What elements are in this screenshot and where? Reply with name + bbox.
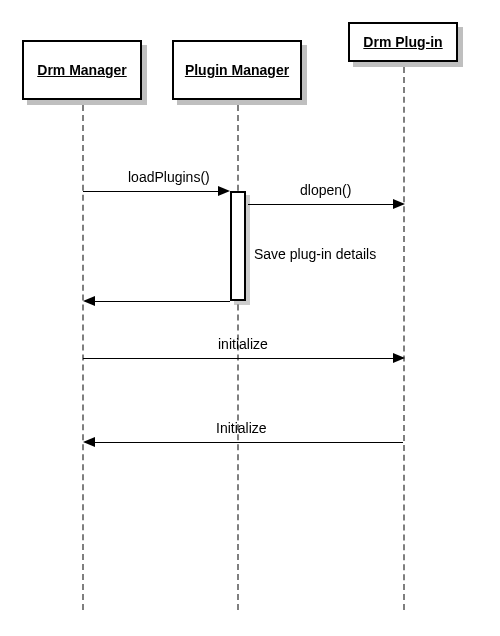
msg-line-return <box>94 301 230 302</box>
msg-line-initialize <box>83 358 395 359</box>
participant-plugin-manager: Plugin Manager <box>172 40 302 100</box>
participant-label: Plugin Manager <box>185 62 289 78</box>
msg-label-initialize: initialize <box>218 336 268 352</box>
msg-label-initialize-return: Initialize <box>216 420 267 436</box>
participant-drm-plugin: Drm Plug-in <box>348 22 458 62</box>
sequence-diagram: Drm Manager Plugin Manager Drm Plug-in l… <box>0 0 500 636</box>
arrow-dlopen <box>393 199 405 209</box>
msg-line-loadplugins <box>83 191 220 192</box>
msg-line-dlopen <box>248 204 395 205</box>
arrow-return <box>83 296 95 306</box>
msg-label-save-details: Save plug-in details <box>254 246 376 262</box>
participant-drm-manager: Drm Manager <box>22 40 142 100</box>
arrow-initialize <box>393 353 405 363</box>
arrow-loadplugins <box>218 186 230 196</box>
participant-label: Drm Plug-in <box>363 34 442 50</box>
msg-label-loadplugins: loadPlugins() <box>128 169 210 185</box>
arrow-initialize-return <box>83 437 95 447</box>
lifeline-drm-plugin <box>403 67 405 610</box>
msg-label-dlopen: dlopen() <box>300 182 351 198</box>
activation-plugin-manager <box>230 191 246 301</box>
participant-label: Drm Manager <box>37 62 126 78</box>
msg-line-initialize-return <box>94 442 403 443</box>
